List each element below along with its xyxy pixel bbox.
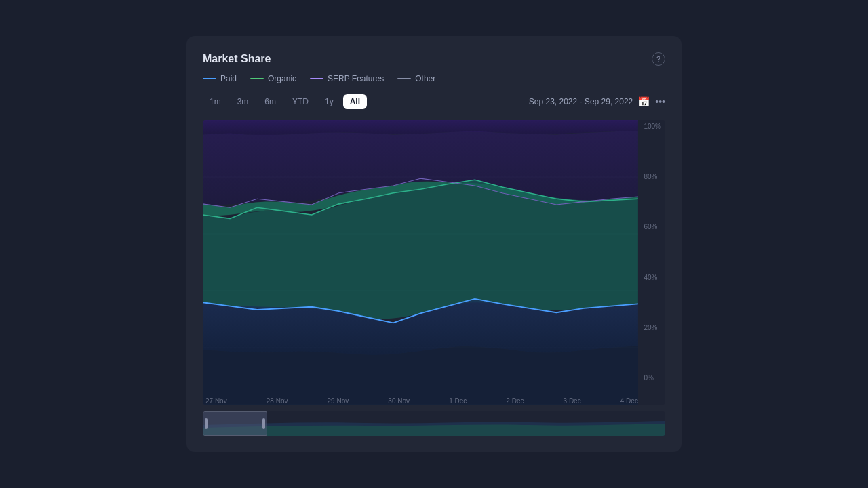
legend-item-serp-features: SERP Features (310, 74, 384, 83)
chart-svg (203, 120, 665, 405)
y-axis-label: 20% (644, 324, 661, 331)
time-filter-ytd[interactable]: YTD (285, 94, 315, 109)
y-axis-label: 80% (644, 173, 661, 180)
y-axis-label: 0% (644, 374, 661, 382)
y-axis-labels: 100%80%60%40%20%0% (644, 120, 661, 384)
x-axis-label: 29 Nov (328, 397, 349, 405)
legend-line (310, 78, 323, 79)
card-header: Market Share ? (203, 52, 665, 66)
x-axis-labels: 27 Nov28 Nov29 Nov30 Nov1 Dec2 Dec3 Dec4… (203, 397, 638, 405)
y-axis-label: 60% (644, 223, 661, 230)
help-icon[interactable]: ? (652, 52, 665, 66)
more-options-icon[interactable]: ••• (655, 96, 665, 107)
market-share-card: Market Share ? Paid Organic SERP Feature… (186, 36, 682, 452)
date-range-actions: Sep 23, 2022 - Sep 29, 2022 📅 ••• (529, 96, 665, 107)
legend-label: Organic (268, 74, 296, 83)
mini-handle-left[interactable] (205, 418, 208, 429)
mini-selector[interactable] (203, 411, 267, 436)
x-axis-label: 2 Dec (506, 397, 524, 405)
time-filter-1m[interactable]: 1m (203, 94, 228, 109)
date-range-text: Sep 23, 2022 - Sep 29, 2022 (529, 97, 633, 106)
legend-label: Paid (220, 74, 237, 83)
x-axis-label: 3 Dec (564, 397, 581, 405)
legend-line (203, 78, 216, 79)
y-axis-label: 100% (644, 123, 661, 130)
time-filters: 1m3m6mYTD1yAll (203, 94, 367, 109)
legend-item-paid: Paid (203, 74, 237, 83)
y-axis-label: 40% (644, 274, 661, 281)
x-axis-label: 1 Dec (449, 397, 467, 405)
card-title: Market Share (203, 53, 271, 65)
controls-row: 1m3m6mYTD1yAll Sep 23, 2022 - Sep 29, 20… (203, 94, 665, 109)
legend-line (250, 78, 264, 79)
x-axis-label: 30 Nov (388, 397, 410, 405)
time-filter-6m[interactable]: 6m (258, 94, 283, 109)
x-axis-label: 28 Nov (267, 397, 288, 405)
time-filter-1y[interactable]: 1y (318, 94, 340, 109)
calendar-icon[interactable]: 📅 (638, 96, 650, 107)
legend-label: SERP Features (328, 74, 384, 83)
time-filter-3m[interactable]: 3m (231, 94, 256, 109)
legend-item-other: Other (397, 74, 435, 83)
x-axis-label: 4 Dec (620, 397, 638, 405)
x-axis-label: 27 Nov (205, 397, 227, 405)
mini-chart-svg (203, 411, 665, 436)
legend-line (397, 78, 411, 79)
legend-label: Other (415, 74, 435, 83)
legend: Paid Organic SERP Features Other (203, 74, 665, 83)
time-filter-all[interactable]: All (343, 94, 367, 109)
chart-area: 100%80%60%40%20%0% 27 Nov28 Nov29 Nov30 … (203, 120, 665, 405)
mini-handle-right[interactable] (262, 418, 265, 429)
legend-item-organic: Organic (250, 74, 296, 83)
mini-chart[interactable] (203, 411, 665, 436)
